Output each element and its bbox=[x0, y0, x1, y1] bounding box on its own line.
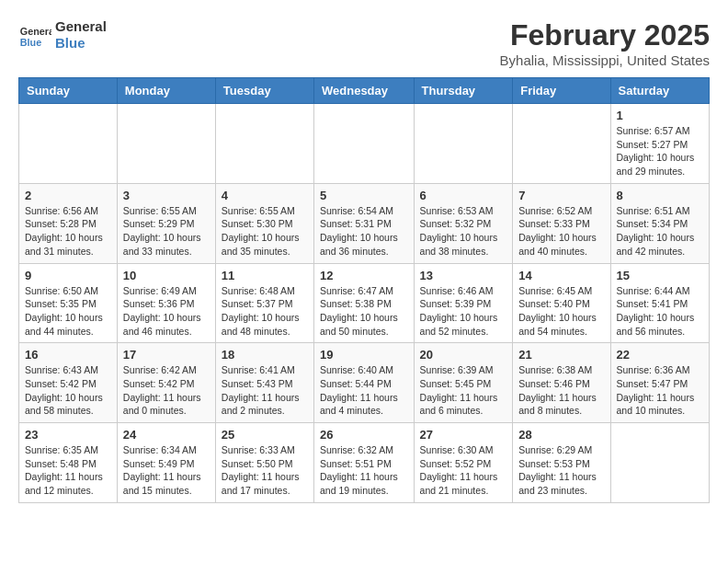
logo: General Blue General Blue bbox=[18, 18, 107, 52]
day-number: 6 bbox=[420, 189, 507, 202]
weekday-header-tuesday: Tuesday bbox=[215, 78, 313, 104]
day-info: Sunrise: 6:39 AM Sunset: 5:45 PM Dayligh… bbox=[420, 363, 507, 418]
day-number: 25 bbox=[222, 428, 308, 442]
day-info: Sunrise: 6:29 AM Sunset: 5:53 PM Dayligh… bbox=[518, 443, 604, 498]
day-number: 23 bbox=[25, 428, 111, 442]
day-info: Sunrise: 6:54 AM Sunset: 5:31 PM Dayligh… bbox=[320, 204, 408, 259]
day-info: Sunrise: 6:47 AM Sunset: 5:38 PM Dayligh… bbox=[320, 284, 408, 339]
day-number: 28 bbox=[518, 428, 604, 442]
day-info: Sunrise: 6:48 AM Sunset: 5:37 PM Dayligh… bbox=[222, 284, 308, 339]
day-number: 7 bbox=[518, 189, 604, 202]
day-cell: 11Sunrise: 6:48 AM Sunset: 5:37 PM Dayli… bbox=[215, 263, 313, 343]
day-number: 24 bbox=[123, 428, 210, 442]
day-cell: 13Sunrise: 6:46 AM Sunset: 5:39 PM Dayli… bbox=[414, 263, 513, 343]
day-cell: 27Sunrise: 6:30 AM Sunset: 5:52 PM Dayli… bbox=[414, 423, 513, 503]
day-cell: 23Sunrise: 6:35 AM Sunset: 5:48 PM Dayli… bbox=[19, 423, 118, 503]
day-cell: 22Sunrise: 6:36 AM Sunset: 5:47 PM Dayli… bbox=[610, 343, 709, 423]
svg-text:General: General bbox=[20, 26, 51, 37]
day-cell: 17Sunrise: 6:42 AM Sunset: 5:42 PM Dayli… bbox=[117, 343, 215, 423]
day-info: Sunrise: 6:51 AM Sunset: 5:34 PM Dayligh… bbox=[617, 204, 703, 259]
day-cell bbox=[610, 423, 709, 503]
day-cell: 28Sunrise: 6:29 AM Sunset: 5:53 PM Dayli… bbox=[513, 423, 610, 503]
weekday-header-saturday: Saturday bbox=[610, 78, 709, 104]
week-row-5: 23Sunrise: 6:35 AM Sunset: 5:48 PM Dayli… bbox=[19, 423, 710, 503]
day-cell bbox=[19, 104, 118, 184]
day-number: 9 bbox=[25, 269, 111, 282]
calendar-table: SundayMondayTuesdayWednesdayThursdayFrid… bbox=[18, 77, 710, 503]
day-cell: 12Sunrise: 6:47 AM Sunset: 5:38 PM Dayli… bbox=[314, 263, 415, 343]
day-info: Sunrise: 6:46 AM Sunset: 5:39 PM Dayligh… bbox=[420, 284, 507, 339]
day-info: Sunrise: 6:55 AM Sunset: 5:30 PM Dayligh… bbox=[222, 204, 308, 259]
day-cell bbox=[414, 104, 513, 184]
day-cell: 20Sunrise: 6:39 AM Sunset: 5:45 PM Dayli… bbox=[414, 343, 513, 423]
day-info: Sunrise: 6:49 AM Sunset: 5:36 PM Dayligh… bbox=[123, 284, 210, 339]
week-row-3: 9Sunrise: 6:50 AM Sunset: 5:35 PM Daylig… bbox=[19, 263, 710, 343]
weekday-header-sunday: Sunday bbox=[19, 78, 118, 104]
day-cell: 8Sunrise: 6:51 AM Sunset: 5:34 PM Daylig… bbox=[610, 183, 709, 263]
day-number: 3 bbox=[123, 189, 210, 202]
day-cell: 1Sunrise: 6:57 AM Sunset: 5:27 PM Daylig… bbox=[610, 104, 709, 184]
location: Byhalia, Mississippi, United States bbox=[500, 52, 710, 68]
day-info: Sunrise: 6:34 AM Sunset: 5:49 PM Dayligh… bbox=[123, 443, 210, 498]
day-number: 13 bbox=[420, 269, 507, 282]
day-number: 1 bbox=[617, 109, 703, 122]
day-cell: 18Sunrise: 6:41 AM Sunset: 5:43 PM Dayli… bbox=[215, 343, 313, 423]
day-number: 16 bbox=[25, 348, 111, 362]
month-title: February 2025 bbox=[500, 18, 710, 52]
day-info: Sunrise: 6:36 AM Sunset: 5:47 PM Dayligh… bbox=[617, 363, 703, 418]
day-info: Sunrise: 6:45 AM Sunset: 5:40 PM Dayligh… bbox=[518, 284, 604, 339]
day-number: 15 bbox=[617, 269, 703, 282]
day-number: 26 bbox=[320, 428, 408, 442]
day-info: Sunrise: 6:30 AM Sunset: 5:52 PM Dayligh… bbox=[420, 443, 507, 498]
svg-text:Blue: Blue bbox=[20, 37, 41, 48]
day-info: Sunrise: 6:56 AM Sunset: 5:28 PM Dayligh… bbox=[25, 204, 111, 259]
day-number: 14 bbox=[518, 269, 604, 282]
day-cell: 24Sunrise: 6:34 AM Sunset: 5:49 PM Dayli… bbox=[117, 423, 215, 503]
logo-blue: Blue bbox=[55, 35, 107, 52]
day-cell bbox=[117, 104, 215, 184]
day-number: 17 bbox=[123, 348, 210, 362]
day-number: 10 bbox=[123, 269, 210, 282]
week-row-4: 16Sunrise: 6:43 AM Sunset: 5:42 PM Dayli… bbox=[19, 343, 710, 423]
day-info: Sunrise: 6:55 AM Sunset: 5:29 PM Dayligh… bbox=[123, 204, 210, 259]
day-cell: 7Sunrise: 6:52 AM Sunset: 5:33 PM Daylig… bbox=[513, 183, 610, 263]
week-row-1: 1Sunrise: 6:57 AM Sunset: 5:27 PM Daylig… bbox=[19, 104, 710, 184]
day-cell bbox=[215, 104, 313, 184]
day-number: 5 bbox=[320, 189, 408, 202]
day-cell bbox=[314, 104, 415, 184]
day-cell: 4Sunrise: 6:55 AM Sunset: 5:30 PM Daylig… bbox=[215, 183, 313, 263]
day-cell: 6Sunrise: 6:53 AM Sunset: 5:32 PM Daylig… bbox=[414, 183, 513, 263]
day-number: 18 bbox=[222, 348, 308, 362]
day-cell: 9Sunrise: 6:50 AM Sunset: 5:35 PM Daylig… bbox=[19, 263, 118, 343]
day-number: 22 bbox=[617, 348, 703, 362]
weekday-header-wednesday: Wednesday bbox=[314, 78, 415, 104]
day-info: Sunrise: 6:52 AM Sunset: 5:33 PM Dayligh… bbox=[518, 204, 604, 259]
day-cell: 15Sunrise: 6:44 AM Sunset: 5:41 PM Dayli… bbox=[610, 263, 709, 343]
day-cell: 5Sunrise: 6:54 AM Sunset: 5:31 PM Daylig… bbox=[314, 183, 415, 263]
day-info: Sunrise: 6:38 AM Sunset: 5:46 PM Dayligh… bbox=[518, 363, 604, 418]
weekday-header-friday: Friday bbox=[513, 78, 610, 104]
day-info: Sunrise: 6:44 AM Sunset: 5:41 PM Dayligh… bbox=[617, 284, 703, 339]
day-cell: 2Sunrise: 6:56 AM Sunset: 5:28 PM Daylig… bbox=[19, 183, 118, 263]
logo-general: General bbox=[55, 18, 107, 35]
day-number: 21 bbox=[518, 348, 604, 362]
day-info: Sunrise: 6:43 AM Sunset: 5:42 PM Dayligh… bbox=[25, 363, 111, 418]
weekday-header-monday: Monday bbox=[117, 78, 215, 104]
day-cell: 26Sunrise: 6:32 AM Sunset: 5:51 PM Dayli… bbox=[314, 423, 415, 503]
day-cell: 21Sunrise: 6:38 AM Sunset: 5:46 PM Dayli… bbox=[513, 343, 610, 423]
day-number: 4 bbox=[222, 189, 308, 202]
day-info: Sunrise: 6:53 AM Sunset: 5:32 PM Dayligh… bbox=[420, 204, 507, 259]
title-area: February 2025 Byhalia, Mississippi, Unit… bbox=[500, 18, 710, 68]
day-cell: 3Sunrise: 6:55 AM Sunset: 5:29 PM Daylig… bbox=[117, 183, 215, 263]
day-cell: 16Sunrise: 6:43 AM Sunset: 5:42 PM Dayli… bbox=[19, 343, 118, 423]
day-info: Sunrise: 6:35 AM Sunset: 5:48 PM Dayligh… bbox=[25, 443, 111, 498]
day-cell: 10Sunrise: 6:49 AM Sunset: 5:36 PM Dayli… bbox=[117, 263, 215, 343]
week-row-2: 2Sunrise: 6:56 AM Sunset: 5:28 PM Daylig… bbox=[19, 183, 710, 263]
day-number: 20 bbox=[420, 348, 507, 362]
day-number: 19 bbox=[320, 348, 408, 362]
day-info: Sunrise: 6:40 AM Sunset: 5:44 PM Dayligh… bbox=[320, 363, 408, 418]
day-number: 12 bbox=[320, 269, 408, 282]
day-number: 2 bbox=[25, 189, 111, 202]
day-info: Sunrise: 6:57 AM Sunset: 5:27 PM Dayligh… bbox=[617, 124, 703, 178]
logo-icon: General Blue bbox=[18, 18, 51, 52]
